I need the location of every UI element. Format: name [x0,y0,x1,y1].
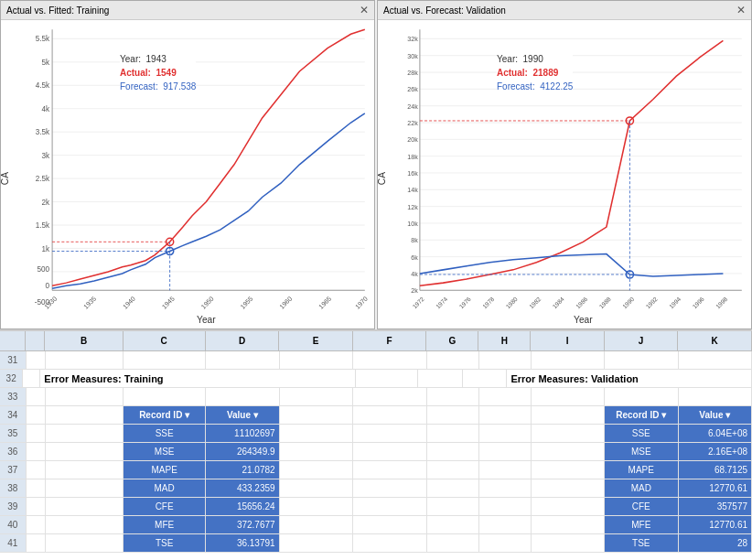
cell-36-j: MSE [605,443,679,460]
cell-34-a [27,406,46,424]
cell-37-i [532,461,606,479]
cell-40-h [479,516,532,533]
svg-text:30k: 30k [407,53,418,60]
svg-text:1972: 1972 [411,296,425,310]
svg-text:3.5k: 3.5k [36,128,50,136]
row-number: 34 [0,406,27,424]
svg-text:1970: 1970 [354,296,370,311]
charts-area: Actual vs. Fitted: Training ✕ Year: 1943… [0,0,752,329]
cell-33-f [353,388,427,405]
cell-38-e [280,479,354,497]
table-row: 32 Error Measures: Training Error Measur… [0,370,752,388]
col-header-h: H [478,331,531,350]
cell-32-b: Error Measures: Training [40,370,294,387]
training-forecast-label: Forecast: 917.538 [120,80,196,93]
cell-38-b [46,479,124,497]
cell-31-i [532,351,606,369]
cell-35-j: SSE [605,425,679,442]
cell-34-j-header[interactable]: Record ID ▾ [605,406,679,424]
col-header-d: D [206,331,280,350]
cell-39-k: 357577 [679,498,752,515]
svg-text:5.5k: 5.5k [36,35,50,43]
table-row: 31 [0,351,752,370]
row-number: 36 [0,443,27,460]
svg-text:1935: 1935 [82,296,98,311]
col-header-a [26,331,45,350]
cell-35-b [46,425,124,442]
svg-text:14k: 14k [407,187,418,194]
svg-text:2.5k: 2.5k [36,175,50,183]
table-row: 33 [0,388,752,406]
cell-31-b [46,351,124,369]
cell-37-k: 68.7125 [679,461,752,479]
cell-37-d: 21.0782 [206,461,280,479]
svg-text:5k: 5k [41,59,50,67]
cell-31-c [124,351,206,369]
cell-32-a [23,370,40,387]
col-header-j: J [605,331,679,350]
svg-text:1998: 1998 [714,296,729,310]
svg-text:10k: 10k [407,221,418,228]
validation-chart-panel: Actual vs. Forecast: Validation ✕ Year: … [377,0,752,329]
cell-36-c: MSE [124,443,206,460]
svg-text:1984: 1984 [551,296,565,310]
cell-39-d: 15656.24 [206,498,280,515]
cell-37-b [46,461,124,479]
table-row: 37 MAPE 21.0782 MAPE 68.7125 [0,461,752,479]
cell-41-c: TSE [124,534,206,552]
svg-text:Year: Year [574,315,593,325]
svg-text:1k: 1k [41,245,50,253]
cell-36-i [532,443,606,460]
col-header-k: K [678,331,752,350]
svg-text:1990: 1990 [621,296,636,310]
svg-text:22k: 22k [407,120,418,127]
cell-40-f [353,516,427,533]
col-header-e: E [279,331,353,350]
cell-37-g [427,461,479,479]
cell-34-d-header[interactable]: Value ▾ [206,406,280,424]
svg-text:CA: CA [378,172,387,185]
cell-38-d: 433.2359 [206,479,280,497]
cell-32-e [294,370,356,387]
cell-41-e [280,534,354,552]
training-chart-close[interactable]: ✕ [360,4,369,16]
cell-31-j [605,351,679,369]
cell-33-c [124,388,206,405]
cell-33-k [679,388,752,405]
cell-39-i [532,498,606,515]
cell-40-b [46,516,124,533]
cell-33-e [280,388,354,405]
svg-text:1982: 1982 [528,296,543,310]
cell-36-b [46,443,124,460]
cell-34-e [280,406,354,424]
table-row: 39 CFE 15656.24 CFE 357577 [0,498,752,516]
svg-text:1978: 1978 [481,296,496,310]
row-number: 31 [0,351,27,369]
validation-chart-close[interactable]: ✕ [736,4,746,16]
spreadsheet-area: B C D E F G H I J K 31 32 Error Measures… [0,329,752,560]
cell-31-d [206,351,280,369]
svg-text:1965: 1965 [317,296,333,311]
row-number: 37 [0,461,27,479]
cell-36-k: 2.16E+08 [679,443,752,460]
svg-text:6k: 6k [411,254,418,262]
cell-34-c-header[interactable]: Record ID ▾ [124,406,206,424]
cell-40-j: MFE [605,516,679,533]
cell-34-k-header[interactable]: Value ▾ [679,406,752,424]
svg-text:3k: 3k [41,152,50,160]
cell-40-d: 372.7677 [206,516,280,533]
cell-36-d: 264349.9 [206,443,280,460]
cell-41-d: 36.13791 [206,534,280,552]
table-row: 36 MSE 264349.9 MSE 2.16E+08 [0,443,752,461]
table-row: 38 MAD 433.2359 MAD 12770.61 [0,479,752,498]
cell-38-a [27,479,46,497]
cell-36-e [280,443,354,460]
svg-text:CA: CA [1,172,10,185]
cell-34-i [532,406,606,424]
cell-33-d [206,388,280,405]
cell-31-f [353,351,427,369]
svg-text:8k: 8k [411,237,418,244]
cell-38-f [353,479,427,497]
cell-38-i [532,479,606,497]
cell-37-h [479,461,532,479]
